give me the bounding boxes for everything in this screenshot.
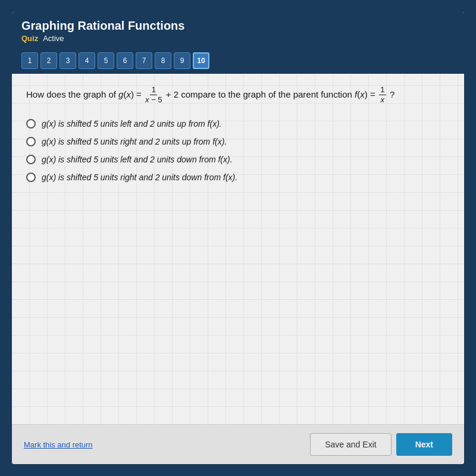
footer-buttons: Save and Exit Next	[310, 433, 452, 456]
option-a[interactable]: g(x) is shifted 5 units left and 2 units…	[26, 119, 450, 129]
option-b-text: g(x) is shifted 5 units right and 2 unit…	[42, 137, 227, 146]
question-navigation: 12345678910	[12, 48, 464, 74]
option-b[interactable]: g(x) is shifted 5 units right and 2 unit…	[26, 137, 450, 146]
next-button[interactable]: Next	[396, 433, 452, 456]
header: Graphing Rational Functions Quiz Active	[12, 12, 464, 48]
nav-btn-1[interactable]: 1	[21, 52, 38, 69]
active-label: Active	[43, 34, 64, 43]
nav-btn-6[interactable]: 6	[117, 52, 133, 69]
fx-function: f(x) = 1 x	[355, 89, 390, 99]
nav-btn-10[interactable]: 10	[193, 52, 209, 69]
question-prefix: How does the graph of	[26, 89, 116, 99]
radio-b[interactable]	[26, 137, 36, 146]
question-text: How does the graph of g(x) = 1 x − 5 + 2…	[26, 86, 450, 105]
mark-return-link[interactable]: Mark this and return	[24, 440, 93, 449]
page-title: Graphing Rational Functions	[21, 19, 455, 33]
answer-options: g(x) is shifted 5 units left and 2 units…	[26, 119, 450, 182]
nav-btn-3[interactable]: 3	[60, 52, 76, 69]
nav-btn-2[interactable]: 2	[40, 52, 57, 69]
gx-function: g(x) = 1 x − 5 + 2	[118, 89, 181, 99]
radio-d[interactable]	[26, 173, 36, 182]
quiz-screen: Graphing Rational Functions Quiz Active …	[12, 12, 464, 464]
option-d-text: g(x) is shifted 5 units right and 2 unit…	[42, 173, 237, 182]
option-c[interactable]: g(x) is shifted 5 units left and 2 units…	[26, 155, 450, 164]
quiz-label: Quiz	[21, 34, 38, 43]
nav-btn-7[interactable]: 7	[136, 52, 152, 69]
radio-a[interactable]	[26, 119, 36, 129]
nav-btn-9[interactable]: 9	[174, 52, 190, 69]
option-a-text: g(x) is shifted 5 units left and 2 units…	[42, 119, 222, 129]
question-middle: compare to the graph of the parent funct…	[181, 89, 352, 99]
footer: Mark this and return Save and Exit Next	[12, 424, 464, 464]
quiz-status: Quiz Active	[21, 34, 455, 43]
save-exit-button[interactable]: Save and Exit	[310, 433, 391, 456]
nav-btn-8[interactable]: 8	[155, 52, 171, 69]
option-c-text: g(x) is shifted 5 units left and 2 units…	[42, 155, 233, 164]
radio-c[interactable]	[26, 155, 36, 164]
content-area: How does the graph of g(x) = 1 x − 5 + 2…	[12, 74, 464, 424]
option-d[interactable]: g(x) is shifted 5 units right and 2 unit…	[26, 173, 450, 182]
nav-btn-5[interactable]: 5	[98, 52, 114, 69]
question-suffix: ?	[390, 89, 394, 99]
nav-btn-4[interactable]: 4	[79, 52, 95, 69]
